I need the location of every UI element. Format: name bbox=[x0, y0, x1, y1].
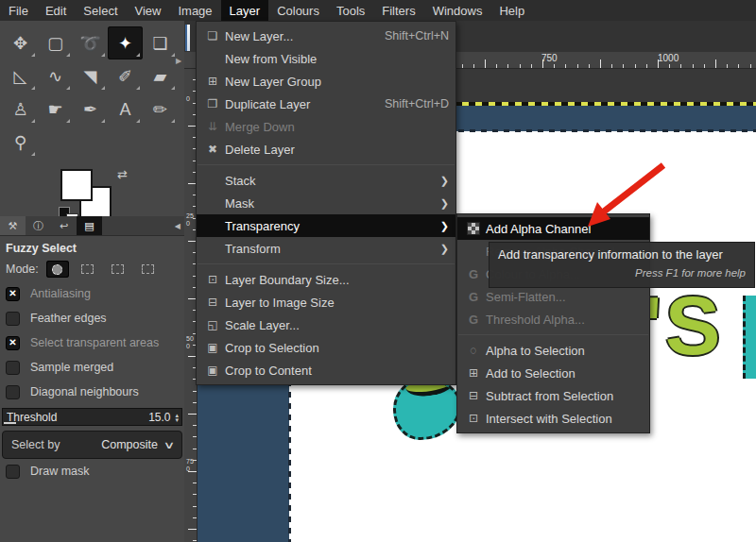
menu-item-delete-layer[interactable]: ✖ Delete Layer bbox=[197, 138, 455, 161]
gradient-tool-button[interactable]: ∿ bbox=[38, 59, 73, 93]
menu-file[interactable]: File bbox=[0, 0, 37, 21]
menu-help[interactable]: Help bbox=[490, 0, 533, 21]
menu-tools[interactable]: Tools bbox=[328, 0, 373, 21]
menu-layer[interactable]: Layer bbox=[221, 0, 269, 21]
checkbox-diagonal-neighbours[interactable]: Diagonal neighbours bbox=[0, 380, 184, 404]
add-to-selection-icon: ⊞ bbox=[464, 366, 483, 380]
menu-windows[interactable]: Windows bbox=[424, 0, 491, 21]
menu-item-label: Delete Layer bbox=[225, 143, 295, 157]
move-tool-button[interactable]: ✥ bbox=[3, 26, 38, 59]
mode-subtract-button[interactable] bbox=[107, 261, 129, 278]
menu-item-label: Crop to Content bbox=[225, 364, 312, 378]
eraser-tool-button[interactable]: ▰ bbox=[143, 59, 178, 93]
scale-layer-icon: ◱ bbox=[203, 318, 222, 331]
tool-options-title: Fuzzy Select bbox=[0, 238, 184, 257]
new-layer-group-icon: ⊞ bbox=[203, 75, 222, 88]
menu-item-label: Mask bbox=[225, 196, 254, 211]
rectangle-select-tool-button[interactable]: ▢ bbox=[38, 26, 73, 59]
menu-item-scale-layer[interactable]: ◱ Scale Layer... bbox=[197, 313, 455, 336]
crop-to-selection-icon: ▣ bbox=[203, 341, 222, 354]
crop-tool-button[interactable]: ❏ bbox=[143, 26, 178, 59]
collapse-arrow-icon[interactable]: ◀ bbox=[175, 222, 180, 230]
menu-select[interactable]: Select bbox=[75, 0, 126, 21]
checkbox-draw-mask[interactable]: Draw mask bbox=[0, 459, 184, 483]
text-tool-button[interactable]: A bbox=[108, 93, 143, 126]
threshold-slider[interactable]: Threshold 15.0 ▴ ▾ bbox=[2, 408, 182, 426]
menu-item-label: New Layer... bbox=[225, 29, 293, 43]
mode-add-button[interactable] bbox=[77, 261, 99, 278]
menu-item-new-from-visible[interactable]: New from Visible bbox=[197, 47, 455, 70]
menu-item-transparency[interactable]: Transparency ❯ bbox=[197, 214, 455, 237]
color-picker-tool-button[interactable]: ✏ bbox=[143, 93, 178, 126]
foreground-color-swatch[interactable] bbox=[60, 169, 93, 201]
images-icon: ▤ bbox=[84, 220, 94, 232]
clone-tool-button[interactable]: ♙ bbox=[3, 93, 38, 126]
menu-view[interactable]: View bbox=[127, 0, 170, 21]
threshold-spinner[interactable]: ▴ ▾ bbox=[170, 413, 181, 422]
tab-tool-options[interactable]: ⚒ bbox=[0, 216, 26, 235]
menu-filters[interactable]: Filters bbox=[373, 0, 423, 21]
menu-item-label: Merge Down bbox=[225, 120, 295, 134]
menu-item-layer-boundary-size[interactable]: ⊡ Layer Boundary Size... bbox=[197, 268, 455, 291]
checkbox-label: Select transparent areas bbox=[30, 336, 159, 349]
mode-subtract-icon bbox=[112, 264, 124, 274]
smudge-tool-button[interactable]: ☛ bbox=[38, 93, 73, 126]
menu-edit[interactable]: Edit bbox=[37, 0, 75, 21]
menu-item-mask[interactable]: Mask ❯ bbox=[197, 192, 455, 214]
select-by-dropdown[interactable]: Select by Composite ∨ bbox=[2, 431, 182, 459]
menu-item-new-layer[interactable]: ❏ New Layer... Shift+Ctrl+N bbox=[197, 25, 455, 47]
menu-item-new-layer-group[interactable]: ⊞ New Layer Group bbox=[197, 70, 455, 93]
checkbox-antialiasing[interactable]: ✕ Antialiasing bbox=[0, 281, 184, 306]
menu-item-label: Layer Boundary Size... bbox=[225, 273, 350, 287]
menu-separator bbox=[458, 334, 648, 335]
menu-item-shortcut: Shift+Ctrl+N bbox=[371, 29, 449, 42]
checkbox-feather-edges[interactable]: Feather edges bbox=[0, 306, 184, 330]
menu-item-crop-to-content[interactable]: ▣ Crop to Content bbox=[197, 359, 455, 381]
ruler-label: 1000 bbox=[658, 53, 679, 63]
menu-item-add-to-selection[interactable]: ⊞ Add to Selection bbox=[457, 362, 649, 384]
ink-pen-icon: ✒ bbox=[83, 101, 97, 118]
crop-icon: ❏ bbox=[152, 35, 167, 52]
menu-item-transform[interactable]: Transform ❯ bbox=[197, 237, 455, 260]
menu-item-duplicate-layer[interactable]: ❐ Duplicate Layer Shift+Ctrl+D bbox=[197, 93, 455, 115]
menu-item-semi-flatten[interactable]: G Semi-Flatten... bbox=[457, 285, 649, 308]
mode-intersect-button[interactable] bbox=[137, 261, 160, 278]
fuzzy-select-tool-button[interactable]: ✦ bbox=[108, 26, 143, 59]
select-by-value: Composite bbox=[101, 438, 158, 451]
paintbrush-tool-button[interactable]: ✐ bbox=[108, 59, 143, 93]
menu-item-intersect-with-selection[interactable]: ⊡ Intersect with Selection bbox=[457, 407, 649, 430]
spin-down-icon[interactable]: ▾ bbox=[175, 417, 179, 422]
free-select-tool-button[interactable]: ➰ bbox=[73, 26, 108, 59]
tab-device-status[interactable]: ⓘ bbox=[26, 216, 51, 235]
checkbox-check-icon: ✕ bbox=[6, 336, 20, 350]
menu-item-threshold-alpha[interactable]: G Threshold Alpha... bbox=[457, 308, 649, 330]
tab-images[interactable]: ▤ bbox=[77, 216, 102, 235]
subtract-from-selection-icon: ⊟ bbox=[464, 389, 483, 402]
checkbox-empty-icon bbox=[6, 361, 20, 375]
alpha-to-selection-icon: ◌ bbox=[464, 344, 483, 357]
menu-item-subtract-from-selection[interactable]: ⊟ Subtract from Selection bbox=[457, 384, 649, 407]
menu-item-label: Alpha to Selection bbox=[486, 344, 585, 358]
bucket-fill-tool-button[interactable]: ◥ bbox=[73, 59, 108, 93]
checkbox-label: Draw mask bbox=[30, 465, 90, 478]
swap-colors-icon[interactable]: ⇄ bbox=[117, 167, 128, 181]
submenu-arrow-icon: ❯ bbox=[440, 175, 449, 187]
gegl-icon: G bbox=[464, 267, 483, 281]
checkbox-select-transparent[interactable]: ✕ Select transparent areas bbox=[0, 330, 184, 355]
zoom-tool-button[interactable]: ⚲ bbox=[3, 126, 38, 159]
menu-item-stack[interactable]: Stack ❯ bbox=[197, 169, 455, 192]
ink-tool-button[interactable]: ✒ bbox=[73, 93, 108, 126]
menu-item-crop-to-selection[interactable]: ▣ Crop to Selection bbox=[197, 336, 455, 359]
checkbox-label: Diagonal neighbours bbox=[30, 385, 139, 398]
menu-item-alpha-to-selection[interactable]: ◌ Alpha to Selection bbox=[457, 339, 649, 362]
tab-undo-history[interactable]: ↩ bbox=[51, 216, 77, 235]
menu-colours[interactable]: Colours bbox=[268, 0, 328, 21]
checkbox-sample-merged[interactable]: Sample merged bbox=[0, 355, 184, 380]
menu-item-merge-down[interactable]: ⇊ Merge Down bbox=[197, 115, 455, 138]
transform-tool-button[interactable]: ◺ bbox=[3, 59, 38, 93]
menu-image[interactable]: Image bbox=[169, 0, 220, 21]
threshold-label: Threshold bbox=[3, 411, 57, 424]
gimp-window: File Edit Select View Image Layer Colour… bbox=[0, 0, 756, 542]
menu-item-layer-to-image-size[interactable]: ⊟ Layer to Image Size bbox=[197, 291, 455, 313]
mode-replace-button[interactable] bbox=[46, 261, 69, 278]
